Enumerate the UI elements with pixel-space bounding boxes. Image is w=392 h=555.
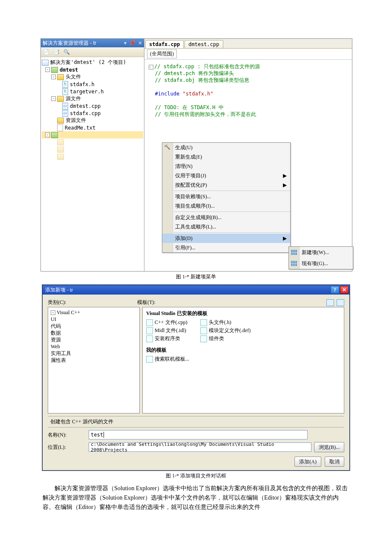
submenu-arrow-icon: ▶ xyxy=(283,182,287,188)
category-label: 类别(C): xyxy=(48,299,137,306)
small-icons-view[interactable] xyxy=(337,299,344,306)
solution-tree: 解决方案'dmtest' (2 个项目) -dmtest -头文件 hstdaf… xyxy=(41,57,144,162)
project2-node[interactable]: - xyxy=(42,131,143,139)
tmpl-midl-file[interactable]: Midl 文件(.idl) xyxy=(146,327,187,334)
tab-stdafx-cpp[interactable]: stdafx.cpp xyxy=(145,40,184,48)
tmpl-header-file[interactable]: 头文件(.h) xyxy=(200,319,251,326)
menu-dependencies[interactable]: 项目依赖项(S)... xyxy=(162,192,290,201)
body-paragraph: 解决方案资源管理器（Solution Explorer）选项卡中给出了当前解决方… xyxy=(43,484,349,512)
placeholder-row xyxy=(42,146,143,153)
location-input[interactable]: c:\Documents and Settings\liaolonglong\M… xyxy=(89,442,311,452)
idl-file-icon xyxy=(146,327,153,334)
tmpl-component[interactable]: 组件类 xyxy=(200,335,251,342)
pin-icon[interactable]: 📌 xyxy=(129,40,135,46)
figure1-caption: 图 1-* 新建项菜单 xyxy=(0,273,392,280)
browse-button[interactable]: 浏览(B)... xyxy=(314,442,344,452)
submenu-arrow-icon: ▶ xyxy=(283,173,287,179)
editor-tabs: stdafx.cpp dmtest.cpp xyxy=(144,39,352,49)
new-item-icon xyxy=(291,249,297,256)
menu-project-only[interactable]: 仅用于项目(J)▶ xyxy=(162,171,290,180)
solution-node[interactable]: 解决方案'dmtest' (2 个项目) xyxy=(42,59,143,66)
tmpl-def-file[interactable]: 模块定义文件(.def) xyxy=(200,327,251,334)
folder-resource[interactable]: 资源文件 xyxy=(42,117,143,124)
scope-row: (全局范围) xyxy=(144,49,352,60)
properties-icon[interactable]: 📄 xyxy=(43,49,49,55)
existing-item-icon xyxy=(291,260,297,267)
cat-ui[interactable]: UI xyxy=(51,316,137,323)
installer-icon xyxy=(146,335,153,342)
placeholder-row xyxy=(42,139,143,146)
close-button[interactable]: ✕ xyxy=(340,286,349,294)
view-code-icon[interactable]: 🔍 xyxy=(63,49,70,55)
submenu-new-item[interactable]: 新建项(W)... xyxy=(289,247,353,258)
cat-data[interactable]: 数据 xyxy=(51,330,137,336)
template-description: 创建包含 C++ 源代码的文件 xyxy=(48,416,344,428)
help-button[interactable]: ? xyxy=(331,286,339,294)
folder-headers[interactable]: -头文件 xyxy=(42,73,143,81)
submenu-existing-item[interactable]: 现有项(G)... xyxy=(289,258,353,269)
menu-rebuild[interactable]: 重新生成(E) xyxy=(162,152,290,162)
menu-build[interactable]: 🔨生成(U) xyxy=(162,143,290,152)
tmpl-installer[interactable]: 安装程序类 xyxy=(146,335,187,342)
cat-util[interactable]: 实用工具 xyxy=(51,350,137,357)
menu-custom-build[interactable]: 自定义生成规则(B)... xyxy=(162,213,290,222)
file-stdafx-h[interactable]: hstdafx.h xyxy=(42,81,143,88)
scope-dropdown[interactable]: (全局范围) xyxy=(147,49,177,58)
template-label: 模板(T): xyxy=(137,299,156,306)
add-submenu: 新建项(W)... 现有项(G)... xyxy=(288,246,353,269)
dialog-titlebar: 添加新项 - tr ? ✕ xyxy=(43,285,349,295)
tmpl-cpp-file[interactable]: C++ 文件(.cpp) xyxy=(146,319,187,326)
file-dmtest-cpp[interactable]: c+dmtest.cpp xyxy=(42,102,143,110)
h-file-icon xyxy=(200,319,207,326)
component-icon xyxy=(200,335,207,342)
close-icon[interactable]: ✕ xyxy=(138,40,142,46)
menu-pgo[interactable]: 按配置优化(P)▶ xyxy=(162,180,290,190)
cat-propsheet[interactable]: 属性表 xyxy=(51,357,137,364)
cat-visual-cpp[interactable]: -Visual C++ xyxy=(51,309,137,316)
menu-references[interactable]: 引用(F)... xyxy=(162,243,290,252)
menu-tool-order[interactable]: 工具生成顺序(L)... xyxy=(162,222,290,231)
cancel-button[interactable]: 取消 xyxy=(325,457,344,467)
menu-build-order[interactable]: 项目生成顺序(I)... xyxy=(162,201,290,211)
def-file-icon xyxy=(200,327,207,334)
tmpl-search-online[interactable]: 搜索联机模板... xyxy=(146,356,340,363)
tab-dmtest-cpp[interactable]: dmtest.cpp xyxy=(184,40,223,48)
build-icon: 🔨 xyxy=(164,144,171,151)
file-stdafx-cpp[interactable]: c+stdafx.cpp xyxy=(42,110,143,117)
location-label: 位置(L): xyxy=(48,444,86,451)
cpp-file-icon xyxy=(146,319,153,326)
context-menu: 🔨生成(U) 重新生成(E) 清理(N) 仅用于项目(J)▶ 按配置优化(P)▶… xyxy=(162,142,291,253)
menu-clean[interactable]: 清理(N) xyxy=(162,162,290,171)
file-targetver-h[interactable]: htargetver.h xyxy=(42,88,143,95)
dropdown-icon[interactable]: ▾ xyxy=(124,40,127,46)
installed-templates-header: Visual Studio 已安装的模板 xyxy=(146,310,340,317)
name-label: 名称(N): xyxy=(48,431,86,439)
template-list: Visual Studio 已安装的模板 C++ 文件(.cpp) Midl 文… xyxy=(142,307,344,413)
search-icon xyxy=(146,356,153,363)
add-new-item-dialog: 添加新项 - tr ? ✕ 类别(C): 模板(T): -Visual C++ … xyxy=(42,285,350,471)
solution-explorer-pane: 解决方案资源管理器 - tr ▾ 📌 ✕ 📄 📑 🔍 解决方案'dmtest' … xyxy=(41,39,144,271)
large-icons-view[interactable] xyxy=(326,299,334,306)
my-templates-header: 我的模板 xyxy=(146,347,340,354)
submenu-arrow-icon: ▶ xyxy=(283,235,287,242)
cat-code[interactable]: 代码 xyxy=(51,323,137,330)
placeholder-row xyxy=(42,153,143,160)
figure2-caption: 图 1-* 添加项目文件对话框 xyxy=(0,472,392,480)
file-readme[interactable]: ReadMe.txt xyxy=(42,124,143,131)
dialog-title: 添加新项 - tr xyxy=(45,286,73,294)
code-view: -// stdafx.cpp : 只包括标准包含文件的源 // dmtest.p… xyxy=(144,60,352,121)
pane-titlebar: 解决方案资源管理器 - tr ▾ 📌 ✕ xyxy=(41,39,144,47)
add-button[interactable]: 添加(A) xyxy=(294,457,321,467)
cat-resource[interactable]: 资源 xyxy=(51,336,137,343)
menu-separator xyxy=(173,232,290,233)
folder-sources[interactable]: -源文件 xyxy=(42,95,143,102)
pane-title: 解决方案资源管理器 - tr xyxy=(43,40,96,47)
project-node[interactable]: -dmtest xyxy=(42,66,143,73)
show-all-icon[interactable]: 📑 xyxy=(53,49,60,55)
name-input[interactable]: test xyxy=(89,430,308,439)
cat-web[interactable]: Web xyxy=(51,343,137,350)
category-tree: -Visual C++ UI 代码 数据 资源 Web 实用工具 属性表 xyxy=(48,307,140,413)
menu-separator xyxy=(173,191,290,191)
pane-toolbar: 📄 📑 🔍 xyxy=(41,47,144,57)
menu-add[interactable]: 添加(D)▶ xyxy=(162,234,290,243)
